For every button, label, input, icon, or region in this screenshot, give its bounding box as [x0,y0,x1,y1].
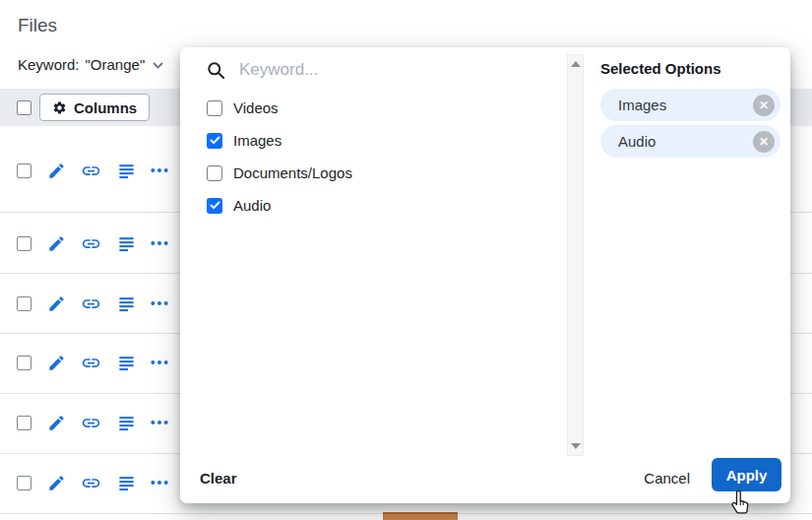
link-icon[interactable] [80,472,101,493]
remove-chip-icon[interactable]: ✕ [753,131,775,153]
keyword-search[interactable] [207,59,551,81]
orange-element-peek [383,512,458,520]
filter-option[interactable]: Videos [207,92,541,124]
scroll-up-icon[interactable] [571,61,581,67]
edit-icon[interactable] [45,160,67,181]
keyword-search-input[interactable] [237,59,536,81]
link-icon[interactable] [80,412,101,433]
edit-icon[interactable] [45,412,67,433]
chevron-down-icon [153,56,163,73]
option-checkbox[interactable] [207,133,222,149]
details-icon[interactable] [115,160,137,181]
row-checkbox[interactable] [17,416,31,430]
option-label: Documents/Logos [233,164,352,181]
search-icon [207,61,225,80]
filter-option[interactable]: Images [207,124,541,157]
row-checkbox[interactable] [17,163,31,178]
filter-options-list: Videos Images Documents/Logos Audio [207,92,541,222]
edit-icon[interactable] [45,472,67,493]
keyword-value: "Orange" [86,56,146,73]
edit-icon[interactable] [45,232,67,254]
more-actions-icon[interactable] [149,292,170,314]
link-icon[interactable] [80,232,101,254]
table-row [0,157,180,184]
selected-chip: Audio ✕ [600,125,781,158]
keyword-filter[interactable]: Keyword: "Orange" [18,56,163,73]
option-checkbox[interactable] [207,198,222,214]
filter-dropdown-panel: Videos Images Documents/Logos Audio Sele… [180,47,790,503]
details-icon[interactable] [115,232,137,254]
options-scrollbar[interactable] [567,54,584,456]
option-label: Images [233,132,281,149]
table-row [0,409,180,436]
option-checkbox[interactable] [207,165,222,181]
selected-chips-list: Images ✕ Audio ✕ [600,89,781,158]
scroll-down-icon[interactable] [571,443,581,449]
selected-chip: Images ✕ [600,89,781,121]
more-actions-icon[interactable] [149,352,170,373]
page-title: Files [18,15,57,36]
filter-option[interactable]: Documents/Logos [207,157,541,189]
filter-option[interactable]: Audio [207,189,541,222]
table-row [0,290,180,317]
table-row [0,349,180,376]
row-checkbox[interactable] [17,356,31,370]
more-actions-icon[interactable] [149,472,170,493]
link-icon[interactable] [80,292,101,314]
keyword-label: Keyword: [18,56,80,73]
link-icon[interactable] [80,160,101,181]
remove-chip-icon[interactable]: ✕ [753,95,775,116]
option-label: Videos [233,99,279,116]
modal-footer: Clear Cancel Apply [180,452,790,503]
row-checkbox[interactable] [17,236,31,251]
edit-icon[interactable] [45,352,67,373]
selected-options-title: Selected Options [600,60,721,77]
more-actions-icon[interactable] [149,232,170,254]
details-icon[interactable] [115,292,137,314]
row-checkbox[interactable] [17,296,31,311]
chip-label: Images [618,97,666,113]
chip-label: Audio [618,133,656,150]
table-row [0,469,180,496]
edit-icon[interactable] [45,292,67,314]
row-checkbox[interactable] [17,476,31,490]
more-actions-icon[interactable] [149,412,170,433]
details-icon[interactable] [115,472,137,493]
gear-icon [52,100,67,115]
option-checkbox[interactable] [207,100,222,116]
details-icon[interactable] [115,412,137,433]
table-row [0,229,180,257]
cancel-button[interactable]: Cancel [632,470,702,487]
link-icon[interactable] [80,352,101,373]
apply-button[interactable]: Apply [712,458,781,491]
clear-button[interactable]: Clear [200,470,237,487]
columns-button[interactable]: Columns [39,94,150,121]
details-icon[interactable] [115,352,137,373]
select-all-checkbox[interactable] [17,100,31,115]
columns-button-label: Columns [74,99,137,116]
more-actions-icon[interactable] [149,160,170,181]
option-label: Audio [233,197,271,214]
